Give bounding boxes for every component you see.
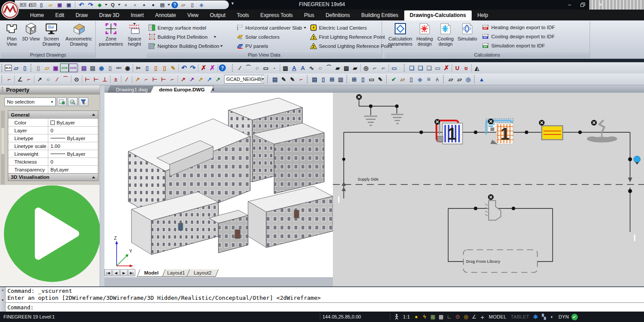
door2-icon[interactable]: ▯ [359,75,367,84]
layer-freeze-icon[interactable]: ↗ [196,75,205,84]
drawing-viewport-3d[interactable]: Z Y X [104,93,333,277]
tab-help[interactable]: Help [472,10,494,20]
wedge-icon[interactable]: ⌐ [370,64,379,72]
node-marker[interactable] [634,156,641,163]
command-expand-icon[interactable]: ▼ [2,299,3,302]
dyn-button[interactable]: DYN [556,314,571,319]
model-space-button[interactable]: MODEL [486,314,509,319]
coordinates-display[interactable]: 144.05,25.85,0.00 [322,314,388,319]
new-bld-icon[interactable]: BLD [5,65,12,71]
redo-icon[interactable]: ↷ [188,64,197,72]
door-icon[interactable]: ▯ [319,75,328,84]
zone-parameters-button[interactable]: Zone parameters [98,22,124,51]
opening-icon[interactable]: ▨ [336,75,345,84]
3d-view-button[interactable]: 3D View [22,22,40,51]
property-scrollbar[interactable] [1,111,5,184]
wall-edit-icon[interactable]: ✎ [279,75,288,84]
command-history[interactable]: Command: _vscurrent Enter an option [2DW… [6,287,644,303]
next-layout-button[interactable]: ▶ [120,269,127,276]
tab-draw[interactable]: Draw [70,10,94,20]
tab-edit[interactable]: Edit [50,10,70,20]
check-model-icon[interactable]: ✔ [389,75,398,84]
tab-insert[interactable]: Insert [125,10,149,20]
delete-icon[interactable]: ✗ [199,64,208,72]
autoscale-icon[interactable]: ϟ [420,313,429,321]
mirror-icon[interactable]: ◭ [473,64,481,72]
line-icon[interactable]: ∕ [235,64,244,72]
otrack-icon[interactable]: ∠ [470,313,478,321]
up-triangle-icon[interactable]: ▲ [477,75,486,84]
fillet-icon[interactable]: ⌐ [379,64,388,72]
format-painter-icon[interactable]: ✎ [169,64,178,72]
solar-collectors-button[interactable]: Solar collectors [236,32,307,41]
viewport-icon[interactable]: ▚ [540,313,548,321]
screen-drawing-button[interactable]: Screen Drawing [40,22,63,51]
dim-linear-icon[interactable]: ⌐ [5,75,13,84]
undo-icon[interactable]: ↶ [180,64,188,72]
energy-surface-model-button[interactable]: Energy surface model [148,23,234,32]
detach-icon[interactable]: ʋ [462,64,470,72]
donut-icon[interactable]: ◎ [362,64,370,72]
delete-markers[interactable] [356,94,597,200]
cut-icon[interactable]: ✂ [134,64,143,72]
minimize-button[interactable]: – [563,0,576,10]
panel-scrollbar[interactable] [100,85,104,286]
tab-drawings-calculations[interactable]: Drawings-Calculations [404,10,472,20]
collapse-icon[interactable] [92,114,95,116]
save-icon[interactable]: ▣ [51,64,60,72]
wall-hatch-icon[interactable]: ✎ [288,75,297,84]
dim-update-icon[interactable]: ⌐ [142,75,151,84]
dim-break-icon[interactable]: ∕ [53,75,61,84]
rectangle-icon[interactable]: ▭ [262,64,270,72]
drawing-viewport-schematic[interactable]: 1 1 [333,93,644,286]
command-close-icon[interactable]: × [1,288,3,292]
second-lighting-ref-button[interactable]: 2 Second Lighting Reference Point [310,41,382,50]
tab-annotate[interactable]: Annotate [149,10,181,20]
slab-icon[interactable]: ▭ [367,75,376,84]
dim-arc-icon[interactable]: ⌒ [61,75,70,84]
open-bld-icon[interactable]: ▱ [12,64,20,72]
erase-icon[interactable]: ✗ [442,64,451,72]
house3d-icon[interactable]: ◆ [416,75,424,84]
spell-check-icon[interactable]: ABC [114,64,123,72]
wall-icon[interactable]: ▤ [271,75,279,84]
paste-icon[interactable]: ▯ [151,64,160,72]
dyn-check-icon[interactable]: ✔ [571,314,578,320]
dim-angle-icon[interactable]: ∠ [16,75,24,84]
structure-tree-icon[interactable]: ⑃ [433,75,442,84]
tab-definitions[interactable]: Definitions [320,10,356,20]
hatch-icon[interactable]: ▨ [281,64,290,72]
print-preview-icon[interactable]: ◉ [97,64,106,72]
spline-icon[interactable]: ∿ [307,64,316,72]
dim-node-icon[interactable]: ○ [44,75,53,84]
orbit-icon[interactable]: ◎ [464,75,473,84]
simulation-button[interactable]: Simulatio [456,22,479,51]
group-icon[interactable]: ❏ [407,64,416,72]
bld-doc-icon[interactable]: ▯ [20,64,29,72]
property-panel-header[interactable]: Property [0,85,100,94]
heating-design-button[interactable]: Heating design [414,22,435,51]
arc-icon[interactable]: ⌒ [244,64,253,72]
doc-tab-demo-europe[interactable]: demo Europe.DWG [150,86,214,93]
property-row-layer[interactable]: Layer 0 [8,126,98,134]
osnap-icon[interactable]: ◎ [462,313,470,321]
tab-view[interactable]: View [181,10,204,20]
axonometric-drawing-button[interactable]: Axonometric Drawing [63,22,95,51]
circle-icon[interactable]: ○ [316,64,325,72]
tab-output[interactable]: Output [204,10,231,20]
dim-override-icon[interactable]: ⊢ [159,75,168,84]
dim-space-icon[interactable]: ⌐ [168,75,177,84]
property-row-thickness[interactable]: Thickness 0 [8,158,98,165]
tab-building-entities[interactable]: Building Entities [356,10,404,20]
cooling-design-button[interactable]: Cooling design [435,22,456,51]
tab-draw3d[interactable]: Draw 3D [94,10,125,20]
annotation-scale-value[interactable]: 1:1 [401,314,412,319]
window2-icon[interactable]: ⊞ [350,75,359,84]
layer-combo[interactable]: GCAD_NEIGHB [224,75,264,84]
heating-export-idf-button[interactable]: IDF* Heating design export to IDF [482,23,555,32]
crosshair-icon[interactable]: + [478,313,486,321]
paste-special-icon[interactable]: ▯ [160,64,169,72]
grid-icon[interactable]: ▩ [437,313,445,321]
plot-export-icon[interactable]: ▤ [80,64,88,72]
polar-icon[interactable]: ⊙ [453,313,462,321]
